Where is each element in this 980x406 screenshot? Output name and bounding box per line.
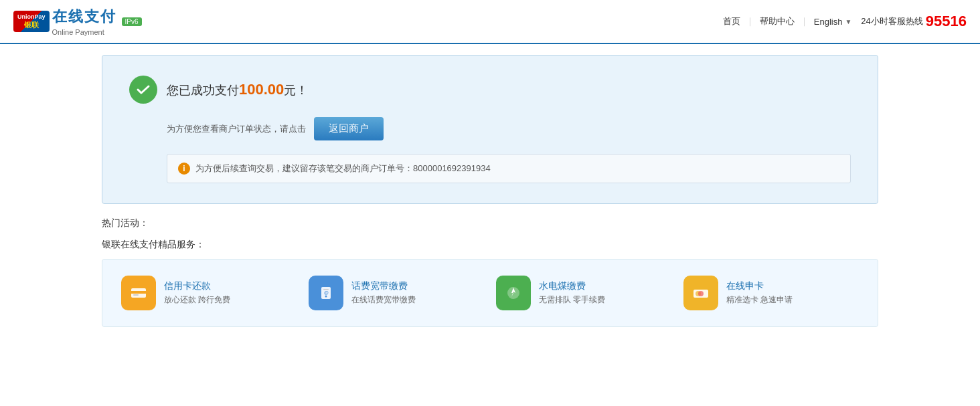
info-notice-box: i 为方便后续查询交易，建议留存该笔交易的商户订单号：8000001692391… bbox=[167, 154, 851, 183]
page-header: UnionPay 银联 在线支付 Online Payment IPv6 首页 … bbox=[0, 0, 980, 44]
service-desc-credit: 放心还款 跨行免费 bbox=[164, 294, 297, 306]
logo-area: UnionPay 银联 在线支付 Online Payment IPv6 bbox=[13, 7, 142, 36]
return-row: 为方便您查看商户订单状态，请点击 返回商户 bbox=[167, 117, 851, 140]
info-icon: i bbox=[178, 163, 190, 175]
return-merchant-button[interactable]: 返回商户 bbox=[314, 117, 384, 140]
nav-help-link[interactable]: 帮助中心 bbox=[760, 15, 795, 27]
service-item-phone: @ 话费宽带缴费 在线话费宽带缴费 bbox=[306, 270, 487, 316]
service-info-phone: 话费宽带缴费 在线话费宽带缴费 bbox=[351, 280, 484, 306]
logo-main-text: 在线支付 bbox=[52, 7, 116, 27]
hot-activities-section: 热门活动： bbox=[102, 217, 878, 229]
success-message: 您已成功支付100.00元！ bbox=[167, 81, 308, 98]
hotline-number: 95516 bbox=[926, 13, 967, 30]
svg-rect-2 bbox=[133, 294, 139, 296]
logo-badge: UnionPay 银联 bbox=[13, 11, 50, 32]
success-title-row: 您已成功支付100.00元！ bbox=[129, 76, 851, 104]
unionpay-logo: UnionPay 银联 在线支付 Online Payment IPv6 bbox=[13, 7, 142, 36]
success-box: 您已成功支付100.00元！ 为方便您查看商户订单状态，请点击 返回商户 i 为… bbox=[102, 55, 878, 204]
service-info-card: 在线申卡 精准选卡 急速申请 bbox=[726, 280, 859, 306]
nav-sep-1: ｜ bbox=[746, 15, 754, 27]
services-grid: 信用卡还款 放心还款 跨行免费 @ 话费宽带缴费 bbox=[118, 270, 862, 316]
service-desc-utility: 无需排队 零手续费 bbox=[539, 294, 671, 306]
hotline-label: 24小时客服热线 bbox=[861, 15, 922, 27]
success-suffix: 元！ bbox=[284, 84, 308, 97]
lang-selector[interactable]: English ▼ bbox=[814, 17, 852, 27]
service-desc-phone: 在线话费宽带缴费 bbox=[351, 294, 484, 306]
lang-label: English bbox=[814, 17, 843, 27]
service-title-utility[interactable]: 水电煤缴费 bbox=[539, 280, 671, 292]
logo-sub-text: Online Payment bbox=[52, 28, 116, 36]
service-icon-card bbox=[683, 276, 718, 310]
service-title-credit[interactable]: 信用卡还款 bbox=[164, 280, 297, 292]
nav-sep-2: ｜ bbox=[800, 15, 809, 27]
services-box: 信用卡还款 放心还款 跨行免费 @ 话费宽带缴费 bbox=[102, 259, 878, 327]
services-section: 银联在线支付精品服务： 信用卡还款 放心还款 跨行免费 bbox=[102, 239, 878, 327]
success-check-icon bbox=[129, 76, 157, 104]
success-amount: 100.00 bbox=[239, 81, 284, 98]
chevron-down-icon: ▼ bbox=[845, 18, 851, 25]
service-item-card: 在线申卡 精准选卡 急速申请 bbox=[681, 270, 862, 316]
service-info-credit: 信用卡还款 放心还款 跨行免费 bbox=[164, 280, 297, 306]
service-desc-card: 精准选卡 急速申请 bbox=[726, 294, 859, 306]
svg-point-11 bbox=[698, 291, 704, 296]
success-prefix: 您已成功支付 bbox=[167, 84, 239, 97]
main-content: 您已成功支付100.00元！ 为方便您查看商户订单状态，请点击 返回商户 i 为… bbox=[88, 55, 892, 327]
return-hint-text: 为方便您查看商户订单状态，请点击 bbox=[167, 123, 306, 135]
service-item-utility: 水电煤缴费 无需排队 零手续费 bbox=[493, 270, 674, 316]
svg-point-4 bbox=[325, 296, 327, 298]
svg-rect-1 bbox=[131, 291, 146, 294]
service-icon-credit bbox=[121, 276, 156, 310]
service-item-credit: 信用卡还款 放心还款 跨行免费 bbox=[118, 270, 299, 316]
header-nav: 首页 ｜ 帮助中心 ｜ English ▼ 24小时客服热线 95516 bbox=[723, 13, 967, 30]
service-icon-utility bbox=[496, 276, 531, 310]
service-title-card[interactable]: 在线申卡 bbox=[726, 280, 859, 292]
hot-activities-label: 热门活动： bbox=[102, 217, 878, 229]
info-notice-text: 为方便后续查询交易，建议留存该笔交易的商户订单号：800000169239193… bbox=[195, 163, 491, 175]
service-icon-phone: @ bbox=[309, 276, 343, 310]
ipv6-badge: IPv6 bbox=[122, 17, 142, 26]
service-info-utility: 水电煤缴费 无需排队 零手续费 bbox=[539, 280, 671, 306]
svg-text:@: @ bbox=[324, 290, 329, 295]
services-label: 银联在线支付精品服务： bbox=[102, 239, 878, 251]
logo-text-area: 在线支付 Online Payment bbox=[52, 7, 116, 36]
nav-home-link[interactable]: 首页 bbox=[723, 15, 740, 27]
service-title-phone[interactable]: 话费宽带缴费 bbox=[351, 280, 484, 292]
